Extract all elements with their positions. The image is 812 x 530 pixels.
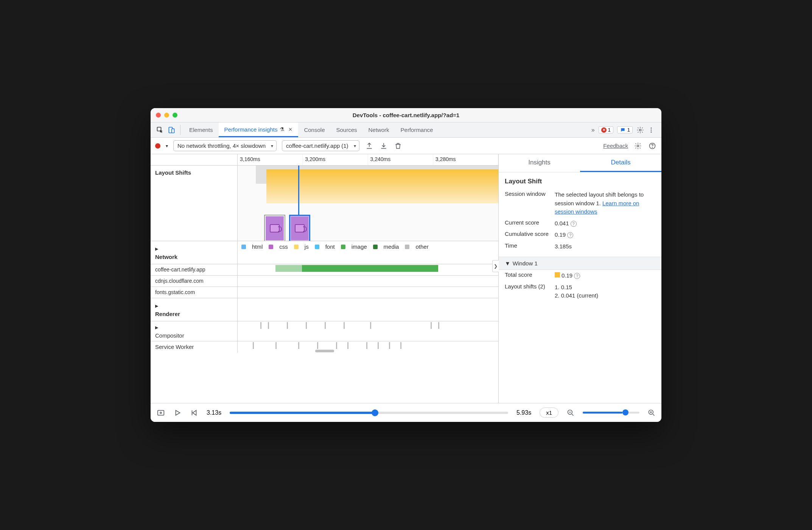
range-end-label: 5.93s: [516, 409, 531, 416]
layout-shift-list-item[interactable]: 2. 0.041 (current): [555, 291, 655, 300]
tab-performance[interactable]: Performance: [395, 122, 439, 137]
layout-shifts-section: Layout Shifts: [151, 166, 498, 241]
kv-key: Total score: [505, 271, 550, 278]
kv-key: Time: [505, 242, 550, 249]
zoom-in-icon[interactable]: [648, 409, 655, 417]
feedback-link[interactable]: Feedback: [603, 143, 628, 149]
svg-point-4: [651, 127, 652, 129]
main-area: 3,160ms 3,200ms 3,240ms 3,280ms Layout S…: [151, 154, 661, 403]
play-icon[interactable]: [173, 409, 182, 417]
device-toolbar-icon[interactable]: [166, 122, 177, 137]
ruler-tick: 3,280ms: [433, 154, 498, 165]
rewind-icon[interactable]: [190, 409, 198, 417]
layout-shift-thumbnail[interactable]: [264, 215, 285, 241]
request-bar-pending[interactable]: [275, 265, 302, 272]
playback-speed-pill[interactable]: x1: [540, 408, 558, 418]
issues-badge[interactable]: 1: [617, 126, 633, 133]
issue-icon: [620, 127, 626, 133]
time-ruler: 3,160ms 3,200ms 3,240ms 3,280ms: [151, 154, 498, 166]
tab-details[interactable]: Details: [580, 154, 661, 172]
panel-settings-icon[interactable]: [633, 142, 642, 150]
recording-select[interactable]: coffee-cart.netlify.app (1): [282, 140, 359, 151]
collapse-panel-button[interactable]: ❯: [492, 260, 499, 272]
layout-shift-list-item[interactable]: 1. 0.15: [555, 283, 655, 292]
record-options-dropdown[interactable]: ▾: [166, 143, 168, 149]
time-range-slider[interactable]: [230, 412, 508, 414]
subheader-label: Window 1: [513, 260, 538, 267]
devtools-window: DevTools - coffee-cart.netlify.app/?ad=1…: [151, 108, 661, 422]
legend-swatch-other: [405, 245, 409, 249]
window-subheader[interactable]: ▼Window 1: [499, 257, 661, 270]
network-host-label: cdnjs.cloudflare.com: [151, 276, 238, 287]
timeline-panel: 3,160ms 3,200ms 3,240ms 3,280ms Layout S…: [151, 154, 499, 403]
help-icon[interactable]: ?: [574, 273, 580, 279]
help-icon[interactable]: [648, 142, 657, 150]
inspect-element-icon[interactable]: [154, 122, 166, 137]
service-worker-row[interactable]: Service Worker: [151, 341, 498, 353]
delete-icon[interactable]: [394, 142, 403, 150]
kv-value: The selected layout shift belongs to ses…: [555, 191, 655, 216]
legend-swatch-html: [241, 245, 246, 249]
network-host-row[interactable]: coffee-cart.netlify.app: [151, 264, 498, 276]
tab-elements[interactable]: Elements: [184, 122, 219, 137]
select-value: No network throttling, 4× slowdown: [177, 143, 266, 149]
badge-count: 1: [608, 127, 611, 133]
expand-toggle[interactable]: [155, 324, 233, 330]
close-tab-icon[interactable]: ✕: [288, 127, 292, 132]
expand-toggle[interactable]: [155, 245, 233, 251]
legend-label: other: [415, 243, 428, 250]
close-window-button[interactable]: [156, 113, 161, 118]
svg-point-5: [651, 129, 652, 130]
error-icon: ✕: [601, 127, 607, 133]
more-tabs-button[interactable]: »: [591, 127, 595, 133]
tab-console[interactable]: Console: [298, 122, 330, 137]
legend-swatch-font: [315, 245, 319, 249]
network-host-row[interactable]: cdnjs.cloudflare.com: [151, 276, 498, 287]
network-section-header: Network html css js font image media oth…: [151, 241, 498, 264]
kv-key: Current score: [505, 219, 550, 226]
expand-toggle[interactable]: [155, 302, 233, 308]
tab-insights[interactable]: Insights: [499, 154, 580, 172]
help-icon[interactable]: ?: [567, 232, 573, 238]
svg-rect-10: [158, 410, 164, 415]
maximize-window-button[interactable]: [173, 113, 177, 118]
tab-sources[interactable]: Sources: [330, 122, 362, 137]
legend-label: image: [352, 243, 367, 250]
tab-network[interactable]: Network: [363, 122, 395, 137]
svg-point-3: [639, 129, 641, 131]
compositor-row[interactable]: Compositor: [151, 321, 498, 341]
chevron-down-icon: ▼: [505, 260, 510, 267]
network-host-label: coffee-cart.netlify.app: [151, 264, 238, 275]
network-host-row[interactable]: fonts.gstatic.com: [151, 287, 498, 298]
help-icon[interactable]: ?: [571, 221, 577, 227]
badge-count: 1: [627, 127, 630, 133]
throttling-select[interactable]: No network throttling, 4× slowdown: [173, 140, 277, 151]
errors-badge[interactable]: ✕1: [599, 126, 613, 133]
tab-label: Sources: [336, 127, 357, 133]
svg-point-6: [651, 131, 652, 132]
export-icon[interactable]: [365, 142, 374, 150]
svg-point-9: [652, 147, 653, 147]
network-host-label: fonts.gstatic.com: [151, 287, 238, 298]
layout-shift-thumbnail-selected[interactable]: [289, 215, 310, 241]
tab-performance-insights[interactable]: Performance insights ⚗ ✕: [219, 122, 299, 137]
ruler-tick: 3,160ms: [238, 154, 303, 165]
record-button[interactable]: [155, 143, 160, 149]
kv-key: Session window: [505, 191, 550, 197]
range-start-label: 3.13s: [207, 409, 221, 416]
ruler-tick: 3,240ms: [368, 154, 433, 165]
kv-key: Layout shifts (2): [505, 283, 550, 290]
details-title: Layout Shift: [499, 172, 661, 189]
kv-value: 0.19?: [555, 271, 655, 280]
screenshot-toggle-icon[interactable]: [157, 409, 165, 417]
import-icon[interactable]: [379, 142, 388, 150]
legend-swatch-js: [294, 245, 299, 249]
request-bar-download[interactable]: [302, 265, 438, 272]
details-panel: ❯ Insights Details Layout Shift Session …: [499, 154, 661, 403]
zoom-slider[interactable]: [583, 412, 639, 414]
minimize-window-button[interactable]: [164, 113, 169, 118]
settings-icon[interactable]: [636, 126, 644, 134]
zoom-out-icon[interactable]: [567, 409, 574, 417]
more-options-icon[interactable]: [648, 127, 655, 133]
insights-toolbar: ▾ No network throttling, 4× slowdown cof…: [151, 138, 661, 154]
